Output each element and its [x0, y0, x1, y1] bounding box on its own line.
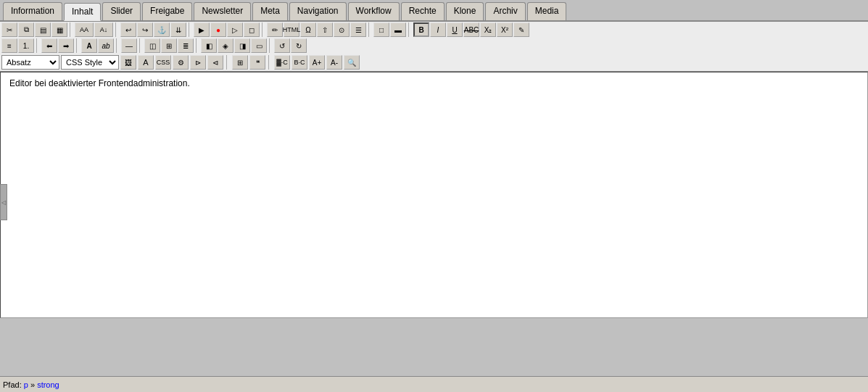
sep-2: [115, 22, 118, 37]
hr2-button[interactable]: ▬: [390, 22, 406, 37]
align-left-button[interactable]: ◧: [201, 38, 217, 53]
bg-color-button[interactable]: ab: [98, 38, 114, 53]
tab-rechte[interactable]: Rechte: [401, 2, 445, 20]
redo-button[interactable]: ↪: [137, 22, 153, 37]
tab-media[interactable]: Media: [527, 2, 567, 20]
ol-button[interactable]: 1.: [18, 38, 34, 53]
link-button[interactable]: ✏: [267, 22, 283, 37]
remove-format-button[interactable]: ✎: [513, 22, 529, 37]
tab-workflow[interactable]: Workflow: [348, 2, 400, 20]
table-row-button[interactable]: ≣: [178, 38, 194, 53]
sep-7: [36, 38, 39, 53]
align-right-button[interactable]: ◨: [234, 38, 250, 53]
editor-text: Editor bei deaktivierter Frontendadminis…: [9, 78, 190, 88]
image-insert-button[interactable]: 🖼: [120, 55, 136, 70]
table-cell-button[interactable]: ⊞: [161, 38, 177, 53]
bold-button[interactable]: B: [413, 22, 429, 37]
copy-button[interactable]: ⧉: [18, 22, 34, 37]
indent-button[interactable]: ➡: [58, 38, 74, 53]
sep-8: [76, 38, 79, 53]
import-button[interactable]: ⇊: [170, 22, 186, 37]
tab-navigation[interactable]: Navigation: [289, 2, 347, 20]
format-button[interactable]: AA: [75, 22, 94, 37]
font-color-button[interactable]: A: [81, 38, 97, 53]
cut-button[interactable]: ✂: [1, 22, 17, 37]
anchor-button[interactable]: ⚓: [154, 22, 170, 37]
embed-button[interactable]: ⊙: [334, 22, 350, 37]
sep-4: [262, 22, 265, 37]
upload-button[interactable]: ⇧: [317, 22, 333, 37]
sep-14: [268, 55, 271, 70]
tab-information[interactable]: Information: [3, 2, 62, 20]
tab-klone[interactable]: Klone: [446, 2, 484, 20]
path-item-p[interactable]: p: [24, 380, 28, 389]
html-button[interactable]: HTML: [284, 22, 299, 37]
toolbar-area: ✂ ⧉ ▤ ▦ AA A↓ ↩ ↪ ⚓ ⇊ ▶ ● ▷ ◻ ✏ HTML Ω ⇧…: [0, 22, 868, 72]
special-char-button[interactable]: Ω: [300, 22, 316, 37]
forward-button[interactable]: ⊳: [190, 55, 206, 70]
path-separator-1: »: [30, 380, 35, 389]
editor-area: ◁ Editor bei deaktivierter Frontendadmin…: [0, 72, 868, 333]
hr3-button[interactable]: —: [121, 38, 137, 53]
sep-12: [269, 38, 272, 53]
superscript-button[interactable]: X²: [497, 22, 513, 37]
align-center-button[interactable]: ◈: [218, 38, 233, 53]
editor-content[interactable]: Editor bei deaktivierter Frontendadminis…: [0, 72, 868, 318]
tab-bar: Information Inhalt Slider Freigabe Newsl…: [0, 0, 868, 22]
underline-button[interactable]: U: [447, 22, 463, 37]
tab-slider[interactable]: Slider: [102, 2, 141, 20]
outdent-button[interactable]: ⬅: [41, 38, 57, 53]
record-button[interactable]: ●: [210, 22, 226, 37]
quote-button[interactable]: ❝: [249, 55, 265, 70]
table-button[interactable]: ☰: [350, 22, 366, 37]
paste-button[interactable]: ▤: [35, 22, 51, 37]
redo2-button[interactable]: ↻: [291, 38, 307, 53]
tab-freigabe[interactable]: Freigabe: [142, 2, 192, 20]
sep-13: [226, 55, 229, 70]
italic-button[interactable]: I: [430, 22, 446, 37]
sep-6: [408, 22, 411, 37]
sep-11: [196, 38, 199, 53]
paste-text-button[interactable]: ▦: [51, 22, 67, 37]
toolbar-row-1: ✂ ⧉ ▤ ▦ AA A↓ ↩ ↪ ⚓ ⇊ ▶ ● ▷ ◻ ✏ HTML Ω ⇧…: [0, 22, 868, 38]
sep-9: [116, 38, 119, 53]
play-button[interactable]: ▷: [227, 22, 243, 37]
subscript-button[interactable]: X₂: [480, 22, 496, 37]
sep-1: [70, 22, 73, 37]
sep-5: [368, 22, 371, 37]
abc-button[interactable]: B·C: [292, 55, 307, 70]
stop-button[interactable]: ◻: [244, 22, 260, 37]
font-smaller-button[interactable]: A-: [326, 55, 342, 70]
css-button[interactable]: CSS: [155, 55, 171, 70]
format-transfer-button[interactable]: A↓: [94, 22, 113, 37]
justify-button[interactable]: ▭: [251, 38, 267, 53]
status-bar: Pfad: p » strong: [0, 376, 868, 392]
tab-newsletter[interactable]: Newsletter: [194, 2, 251, 20]
undo2-button[interactable]: ↺: [274, 38, 290, 53]
format-row: Absatz Überschrift 1 Überschrift 2 Übers…: [0, 54, 868, 71]
hr-button[interactable]: □: [373, 22, 389, 37]
table2-button[interactable]: ⊞: [232, 55, 248, 70]
strikethrough-button[interactable]: ABC: [463, 22, 479, 37]
toolbar-row-2: ≡ 1. ⬅ ➡ A ab — ◫ ⊞ ≣ ◧ ◈ ◨ ▭ ↺ ↻: [0, 38, 868, 54]
style-select[interactable]: CSS Style: [61, 55, 119, 70]
tab-archiv[interactable]: Archiv: [485, 2, 525, 20]
font-button[interactable]: A: [138, 55, 154, 70]
font-larger-button[interactable]: A+: [309, 55, 325, 70]
tab-meta[interactable]: Meta: [252, 2, 288, 20]
search-button[interactable]: 🔍: [344, 55, 360, 70]
ul-button[interactable]: ≡: [1, 38, 17, 53]
path-item-strong[interactable]: strong: [37, 380, 59, 389]
sep-10: [139, 38, 142, 53]
sep-3: [189, 22, 191, 37]
preview-button[interactable]: ▶: [194, 22, 210, 37]
tab-inhalt[interactable]: Inhalt: [64, 3, 101, 21]
undo-button[interactable]: ↩: [120, 22, 136, 37]
pfad-label: Pfad:: [3, 380, 22, 389]
paragraph-select[interactable]: Absatz Überschrift 1 Überschrift 2 Übers…: [1, 55, 59, 70]
back-button[interactable]: ⊲: [207, 55, 223, 70]
table-insert-button[interactable]: ◫: [144, 38, 160, 53]
side-handle[interactable]: ◁: [0, 184, 7, 220]
color2-button[interactable]: ▓·C: [274, 55, 290, 70]
settings-button[interactable]: ⚙: [173, 55, 189, 70]
